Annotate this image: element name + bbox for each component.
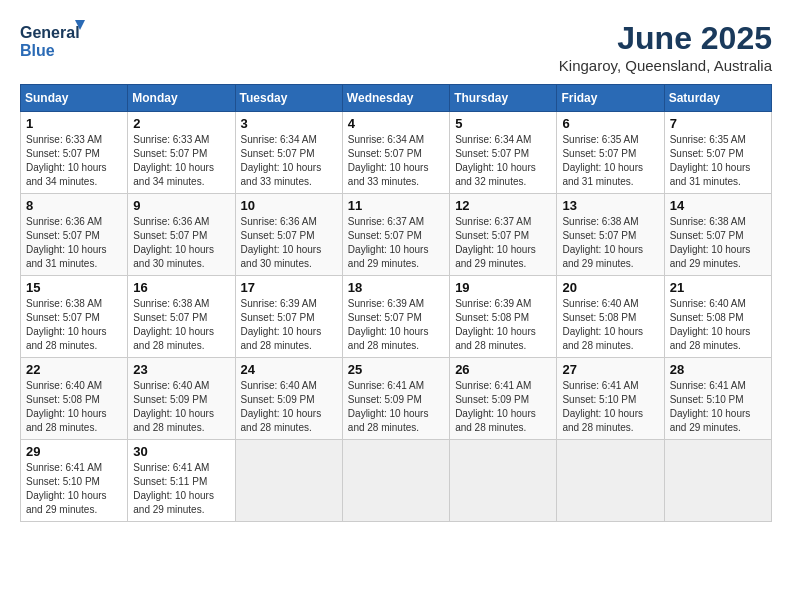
calendar-cell: 16Sunrise: 6:38 AMSunset: 5:07 PMDayligh… [128,276,235,358]
calendar-table: SundayMondayTuesdayWednesdayThursdayFrid… [20,84,772,522]
calendar-title: June 2025 [559,20,772,57]
day-number: 2 [133,116,229,131]
calendar-week-2: 8Sunrise: 6:36 AMSunset: 5:07 PMDaylight… [21,194,772,276]
calendar-cell: 20Sunrise: 6:40 AMSunset: 5:08 PMDayligh… [557,276,664,358]
day-number: 27 [562,362,658,377]
calendar-cell [664,440,771,522]
weekday-header-wednesday: Wednesday [342,85,449,112]
calendar-cell: 15Sunrise: 6:38 AMSunset: 5:07 PMDayligh… [21,276,128,358]
calendar-week-1: 1Sunrise: 6:33 AMSunset: 5:07 PMDaylight… [21,112,772,194]
calendar-cell: 22Sunrise: 6:40 AMSunset: 5:08 PMDayligh… [21,358,128,440]
day-info: Sunrise: 6:38 AMSunset: 5:07 PMDaylight:… [670,215,766,271]
calendar-cell: 13Sunrise: 6:38 AMSunset: 5:07 PMDayligh… [557,194,664,276]
day-number: 12 [455,198,551,213]
calendar-cell: 21Sunrise: 6:40 AMSunset: 5:08 PMDayligh… [664,276,771,358]
calendar-cell: 10Sunrise: 6:36 AMSunset: 5:07 PMDayligh… [235,194,342,276]
day-info: Sunrise: 6:37 AMSunset: 5:07 PMDaylight:… [348,215,444,271]
day-info: Sunrise: 6:38 AMSunset: 5:07 PMDaylight:… [562,215,658,271]
day-info: Sunrise: 6:36 AMSunset: 5:07 PMDaylight:… [26,215,122,271]
calendar-week-3: 15Sunrise: 6:38 AMSunset: 5:07 PMDayligh… [21,276,772,358]
day-info: Sunrise: 6:33 AMSunset: 5:07 PMDaylight:… [133,133,229,189]
calendar-cell: 30Sunrise: 6:41 AMSunset: 5:11 PMDayligh… [128,440,235,522]
calendar-cell: 19Sunrise: 6:39 AMSunset: 5:08 PMDayligh… [450,276,557,358]
day-number: 9 [133,198,229,213]
day-number: 24 [241,362,337,377]
day-number: 21 [670,280,766,295]
calendar-cell: 25Sunrise: 6:41 AMSunset: 5:09 PMDayligh… [342,358,449,440]
weekday-header-tuesday: Tuesday [235,85,342,112]
calendar-cell: 1Sunrise: 6:33 AMSunset: 5:07 PMDaylight… [21,112,128,194]
day-number: 6 [562,116,658,131]
day-info: Sunrise: 6:34 AMSunset: 5:07 PMDaylight:… [455,133,551,189]
calendar-cell: 2Sunrise: 6:33 AMSunset: 5:07 PMDaylight… [128,112,235,194]
day-info: Sunrise: 6:40 AMSunset: 5:09 PMDaylight:… [133,379,229,435]
day-info: Sunrise: 6:41 AMSunset: 5:10 PMDaylight:… [670,379,766,435]
day-number: 14 [670,198,766,213]
page-header: GeneralBlue June 2025 Kingaroy, Queensla… [20,20,772,74]
day-info: Sunrise: 6:35 AMSunset: 5:07 PMDaylight:… [562,133,658,189]
svg-text:Blue: Blue [20,42,55,59]
weekday-header-monday: Monday [128,85,235,112]
calendar-cell: 7Sunrise: 6:35 AMSunset: 5:07 PMDaylight… [664,112,771,194]
day-info: Sunrise: 6:34 AMSunset: 5:07 PMDaylight:… [241,133,337,189]
day-info: Sunrise: 6:39 AMSunset: 5:08 PMDaylight:… [455,297,551,353]
day-number: 22 [26,362,122,377]
day-info: Sunrise: 6:34 AMSunset: 5:07 PMDaylight:… [348,133,444,189]
header-row: SundayMondayTuesdayWednesdayThursdayFrid… [21,85,772,112]
calendar-cell: 6Sunrise: 6:35 AMSunset: 5:07 PMDaylight… [557,112,664,194]
day-number: 13 [562,198,658,213]
calendar-week-5: 29Sunrise: 6:41 AMSunset: 5:10 PMDayligh… [21,440,772,522]
day-info: Sunrise: 6:40 AMSunset: 5:08 PMDaylight:… [670,297,766,353]
day-info: Sunrise: 6:39 AMSunset: 5:07 PMDaylight:… [241,297,337,353]
day-info: Sunrise: 6:38 AMSunset: 5:07 PMDaylight:… [133,297,229,353]
calendar-cell: 24Sunrise: 6:40 AMSunset: 5:09 PMDayligh… [235,358,342,440]
day-number: 1 [26,116,122,131]
logo: GeneralBlue [20,20,90,62]
day-info: Sunrise: 6:41 AMSunset: 5:11 PMDaylight:… [133,461,229,517]
calendar-cell: 12Sunrise: 6:37 AMSunset: 5:07 PMDayligh… [450,194,557,276]
day-number: 28 [670,362,766,377]
day-number: 29 [26,444,122,459]
day-info: Sunrise: 6:36 AMSunset: 5:07 PMDaylight:… [241,215,337,271]
day-number: 11 [348,198,444,213]
logo-icon: GeneralBlue [20,20,90,62]
day-number: 17 [241,280,337,295]
day-number: 20 [562,280,658,295]
calendar-cell: 23Sunrise: 6:40 AMSunset: 5:09 PMDayligh… [128,358,235,440]
day-info: Sunrise: 6:41 AMSunset: 5:09 PMDaylight:… [348,379,444,435]
calendar-cell: 27Sunrise: 6:41 AMSunset: 5:10 PMDayligh… [557,358,664,440]
calendar-cell [342,440,449,522]
day-number: 16 [133,280,229,295]
day-info: Sunrise: 6:41 AMSunset: 5:09 PMDaylight:… [455,379,551,435]
day-info: Sunrise: 6:41 AMSunset: 5:10 PMDaylight:… [26,461,122,517]
day-number: 4 [348,116,444,131]
calendar-cell: 11Sunrise: 6:37 AMSunset: 5:07 PMDayligh… [342,194,449,276]
calendar-cell [450,440,557,522]
weekday-header-saturday: Saturday [664,85,771,112]
day-info: Sunrise: 6:41 AMSunset: 5:10 PMDaylight:… [562,379,658,435]
day-info: Sunrise: 6:38 AMSunset: 5:07 PMDaylight:… [26,297,122,353]
calendar-cell: 18Sunrise: 6:39 AMSunset: 5:07 PMDayligh… [342,276,449,358]
day-number: 19 [455,280,551,295]
day-info: Sunrise: 6:40 AMSunset: 5:08 PMDaylight:… [26,379,122,435]
calendar-cell [557,440,664,522]
calendar-cell: 14Sunrise: 6:38 AMSunset: 5:07 PMDayligh… [664,194,771,276]
calendar-cell: 4Sunrise: 6:34 AMSunset: 5:07 PMDaylight… [342,112,449,194]
day-number: 15 [26,280,122,295]
day-number: 23 [133,362,229,377]
day-number: 3 [241,116,337,131]
day-number: 7 [670,116,766,131]
calendar-cell: 9Sunrise: 6:36 AMSunset: 5:07 PMDaylight… [128,194,235,276]
calendar-cell: 29Sunrise: 6:41 AMSunset: 5:10 PMDayligh… [21,440,128,522]
weekday-header-sunday: Sunday [21,85,128,112]
day-info: Sunrise: 6:40 AMSunset: 5:08 PMDaylight:… [562,297,658,353]
day-number: 10 [241,198,337,213]
calendar-cell: 3Sunrise: 6:34 AMSunset: 5:07 PMDaylight… [235,112,342,194]
day-info: Sunrise: 6:35 AMSunset: 5:07 PMDaylight:… [670,133,766,189]
day-number: 26 [455,362,551,377]
day-info: Sunrise: 6:39 AMSunset: 5:07 PMDaylight:… [348,297,444,353]
svg-text:General: General [20,24,80,41]
day-info: Sunrise: 6:40 AMSunset: 5:09 PMDaylight:… [241,379,337,435]
day-info: Sunrise: 6:33 AMSunset: 5:07 PMDaylight:… [26,133,122,189]
calendar-week-4: 22Sunrise: 6:40 AMSunset: 5:08 PMDayligh… [21,358,772,440]
